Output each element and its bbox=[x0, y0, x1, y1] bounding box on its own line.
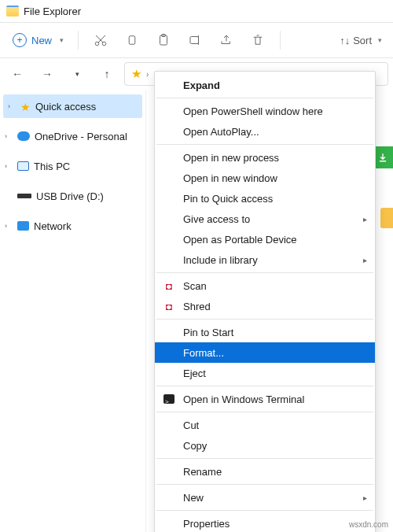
shield-icon: ◘ bbox=[163, 300, 175, 312]
separator bbox=[280, 31, 281, 50]
menu-copy[interactable]: Copy bbox=[155, 435, 375, 456]
titlebar: File Explorer bbox=[0, 0, 393, 22]
chevron-down-icon[interactable]: ▾ bbox=[64, 61, 90, 87]
chevron-down-icon: ▾ bbox=[378, 36, 382, 44]
chevron-right-icon: ▸ bbox=[363, 256, 367, 264]
sidebar-item-quick-access[interactable]: › ★ Quick access bbox=[3, 94, 142, 118]
shield-icon: ◘ bbox=[163, 279, 175, 292]
menu-separator bbox=[156, 144, 373, 145]
window-title: File Explorer bbox=[24, 6, 81, 17]
folder-icon bbox=[6, 6, 19, 17]
terminal-icon bbox=[163, 393, 175, 405]
menu-open-autoplay[interactable]: Open AutoPlay... bbox=[155, 121, 375, 142]
menu-include-library[interactable]: Include in library▸ bbox=[155, 249, 375, 270]
forward-button[interactable]: → bbox=[35, 61, 60, 87]
menu-separator bbox=[156, 458, 373, 459]
cloud-icon bbox=[17, 131, 30, 141]
chevron-right-icon: › bbox=[146, 70, 149, 79]
new-label: New bbox=[31, 35, 52, 46]
network-icon bbox=[17, 221, 29, 231]
sidebar-item-network[interactable]: › Network bbox=[0, 214, 145, 238]
chevron-down-icon: ▾ bbox=[60, 36, 64, 44]
sidebar-item-label: OneDrive - Personal bbox=[35, 131, 127, 142]
rename-button[interactable] bbox=[181, 26, 209, 54]
plus-icon: + bbox=[13, 33, 27, 47]
menu-open-new-process[interactable]: Open in new process bbox=[155, 147, 375, 168]
folder-badge bbox=[380, 208, 393, 228]
context-menu: Expand Open PowerShell window here Open … bbox=[154, 71, 376, 532]
menu-pin-start[interactable]: Pin to Start bbox=[155, 322, 375, 342]
menu-open-new-window[interactable]: Open in new window bbox=[155, 168, 375, 188]
usb-icon bbox=[17, 194, 31, 198]
sidebar-item-onedrive[interactable]: › OneDrive - Personal bbox=[0, 124, 145, 148]
menu-separator bbox=[156, 510, 373, 511]
menu-eject[interactable]: Eject bbox=[155, 363, 375, 383]
chevron-right-icon: ▸ bbox=[363, 215, 367, 224]
menu-separator bbox=[156, 412, 373, 412]
separator bbox=[78, 31, 79, 50]
sidebar-item-this-pc[interactable]: › This PC bbox=[0, 154, 145, 178]
menu-give-access[interactable]: Give access to▸ bbox=[155, 209, 375, 229]
copy-button[interactable] bbox=[118, 26, 146, 54]
sidebar-item-label: This PC bbox=[34, 161, 70, 172]
menu-separator bbox=[156, 386, 373, 386]
sidebar-item-label: Network bbox=[34, 220, 72, 232]
menu-pin-quick-access[interactable]: Pin to Quick access bbox=[155, 188, 375, 209]
menu-open-terminal[interactable]: Open in Windows Terminal bbox=[155, 389, 375, 409]
chevron-right-icon: › bbox=[5, 222, 13, 230]
star-icon: ★ bbox=[20, 101, 31, 112]
watermark: wsxdn.com bbox=[349, 520, 388, 529]
new-button[interactable]: + New ▾ bbox=[6, 26, 70, 54]
menu-separator bbox=[156, 484, 373, 485]
pc-icon bbox=[17, 161, 29, 171]
star-icon: ★ bbox=[131, 67, 141, 81]
up-button[interactable]: ↑ bbox=[94, 61, 119, 87]
menu-cut[interactable]: Cut bbox=[155, 415, 375, 435]
menu-properties[interactable]: Properties bbox=[155, 513, 375, 532]
svg-rect-5 bbox=[190, 37, 199, 44]
menu-open-portable[interactable]: Open as Portable Device bbox=[155, 229, 375, 249]
sort-label: Sort bbox=[353, 35, 372, 46]
sidebar-item-label: Quick access bbox=[35, 101, 96, 113]
svg-rect-2 bbox=[129, 36, 135, 45]
menu-shred[interactable]: ◘Shred bbox=[155, 296, 375, 316]
chevron-right-icon: › bbox=[5, 162, 13, 170]
chevron-right-icon: › bbox=[5, 132, 13, 140]
menu-format[interactable]: Format... bbox=[155, 342, 375, 363]
cut-button[interactable] bbox=[86, 26, 115, 54]
menu-separator bbox=[156, 319, 373, 320]
menu-new[interactable]: New▸ bbox=[155, 487, 375, 508]
delete-button[interactable] bbox=[244, 26, 272, 54]
toolbar: + New ▾ ↑↓ Sort ▾ bbox=[0, 23, 393, 57]
sort-button[interactable]: ↑↓ Sort ▾ bbox=[335, 26, 387, 54]
sidebar-item-label: USB Drive (D:) bbox=[36, 190, 104, 202]
chevron-right-icon: ▸ bbox=[363, 493, 367, 502]
menu-expand[interactable]: Expand bbox=[155, 75, 375, 95]
menu-scan[interactable]: ◘Scan bbox=[155, 275, 375, 296]
back-button[interactable]: ← bbox=[5, 61, 30, 87]
paste-button[interactable] bbox=[149, 26, 178, 54]
share-button[interactable] bbox=[212, 26, 241, 54]
sidebar-item-usb-drive[interactable]: USB Drive (D:) bbox=[0, 184, 145, 208]
menu-rename[interactable]: Rename bbox=[155, 461, 375, 482]
sort-icon: ↑↓ bbox=[340, 35, 350, 46]
menu-separator bbox=[156, 272, 373, 273]
chevron-right-icon: › bbox=[8, 102, 16, 110]
menu-separator bbox=[156, 98, 373, 98]
sidebar: › ★ Quick access › OneDrive - Personal ›… bbox=[0, 90, 146, 532]
menu-open-powershell[interactable]: Open PowerShell window here bbox=[155, 101, 375, 121]
